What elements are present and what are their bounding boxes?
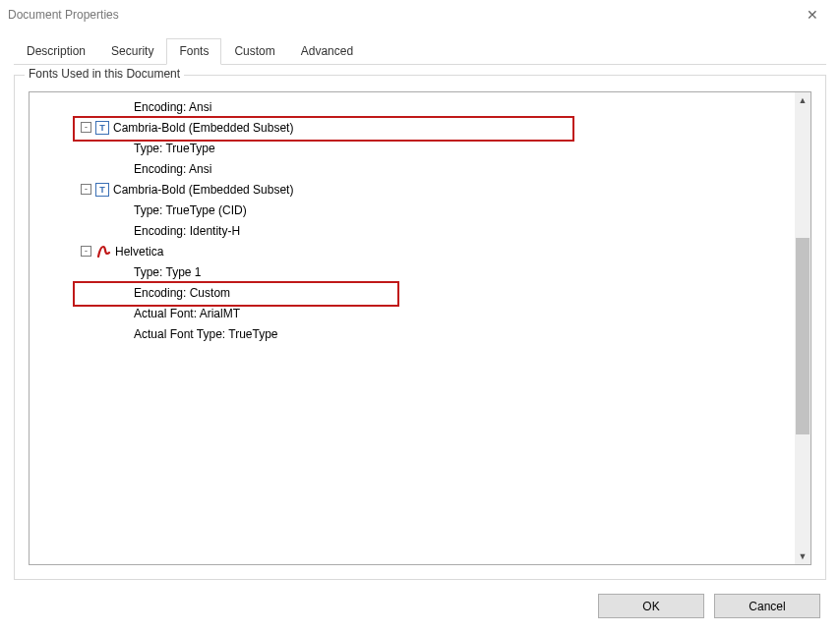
tabs-container: Description Security Fonts Custom Advanc… bbox=[0, 29, 840, 65]
fieldset-legend: Fonts Used in this Document bbox=[25, 67, 184, 81]
tree-text: Encoding: Custom bbox=[134, 286, 230, 300]
tree-detail: Type: Type 1 bbox=[30, 261, 795, 282]
tree-text: Encoding: Identity-H bbox=[134, 224, 240, 238]
font-tree: Encoding: Ansi - T Cambria-Bold (Embedde… bbox=[29, 91, 811, 565]
scroll-up-icon[interactable]: ▲ bbox=[795, 92, 810, 108]
fieldset-wrap: Fonts Used in this Document Encoding: An… bbox=[0, 65, 840, 580]
tree-node-cambria-2[interactable]: - T Cambria-Bold (Embedded Subset) bbox=[30, 179, 795, 200]
ok-button[interactable]: OK bbox=[598, 594, 704, 618]
tree-detail: Encoding: Ansi bbox=[30, 158, 795, 179]
tree-detail: Encoding: Identity-H bbox=[30, 220, 795, 241]
tree-node-helvetica[interactable]: - Helvetica bbox=[30, 241, 795, 261]
document-properties-window: Document Properties ✕ Description Securi… bbox=[0, 0, 840, 634]
tree-detail: Actual Font Type: TrueType bbox=[30, 323, 795, 344]
tree-text: Cambria-Bold (Embedded Subset) bbox=[113, 183, 293, 197]
scrollbar-thumb[interactable] bbox=[796, 238, 810, 434]
tree-detail: Encoding: Ansi bbox=[30, 96, 795, 117]
tab-security[interactable]: Security bbox=[98, 38, 166, 65]
collapse-icon[interactable]: - bbox=[81, 246, 91, 257]
tabs: Description Security Fonts Custom Advanc… bbox=[14, 37, 826, 65]
collapse-icon[interactable]: - bbox=[81, 184, 91, 195]
dialog-buttons: OK Cancel bbox=[0, 580, 840, 634]
collapse-icon[interactable]: - bbox=[81, 122, 91, 133]
tree-text: Type: TrueType (CID) bbox=[134, 203, 247, 217]
tree-node-cambria-1[interactable]: - T Cambria-Bold (Embedded Subset) bbox=[30, 117, 795, 138]
tree-content: Encoding: Ansi - T Cambria-Bold (Embedde… bbox=[30, 92, 795, 564]
close-icon[interactable]: ✕ bbox=[793, 7, 832, 23]
type1-icon bbox=[95, 244, 111, 259]
tab-description[interactable]: Description bbox=[14, 38, 98, 65]
cancel-button[interactable]: Cancel bbox=[714, 594, 820, 618]
tab-fonts[interactable]: Fonts bbox=[166, 38, 221, 65]
truetype-icon: T bbox=[95, 121, 109, 135]
tab-advanced[interactable]: Advanced bbox=[288, 38, 366, 65]
scrollbar[interactable]: ▲ ▼ bbox=[795, 92, 810, 564]
tree-text: Type: Type 1 bbox=[134, 265, 202, 279]
scroll-down-icon[interactable]: ▼ bbox=[795, 548, 810, 564]
tree-text: Encoding: Ansi bbox=[134, 162, 211, 176]
tab-custom[interactable]: Custom bbox=[221, 38, 287, 65]
tree-detail: Type: TrueType (CID) bbox=[30, 200, 795, 220]
titlebar: Document Properties ✕ bbox=[0, 0, 840, 29]
tree-text: Cambria-Bold (Embedded Subset) bbox=[113, 121, 293, 135]
truetype-icon: T bbox=[95, 183, 109, 197]
tree-text: Actual Font Type: TrueType bbox=[134, 327, 278, 341]
fonts-fieldset: Fonts Used in this Document Encoding: An… bbox=[14, 75, 826, 580]
window-title: Document Properties bbox=[8, 8, 793, 22]
tree-detail: Encoding: Custom bbox=[30, 282, 795, 303]
tree-text: Actual Font: ArialMT bbox=[134, 307, 240, 320]
tree-text: Helvetica bbox=[115, 245, 163, 259]
tree-detail: Type: TrueType bbox=[30, 138, 795, 158]
tree-detail: Actual Font: ArialMT bbox=[30, 303, 795, 323]
tree-text: Encoding: Ansi bbox=[134, 100, 211, 114]
tree-text: Type: TrueType bbox=[134, 142, 215, 155]
